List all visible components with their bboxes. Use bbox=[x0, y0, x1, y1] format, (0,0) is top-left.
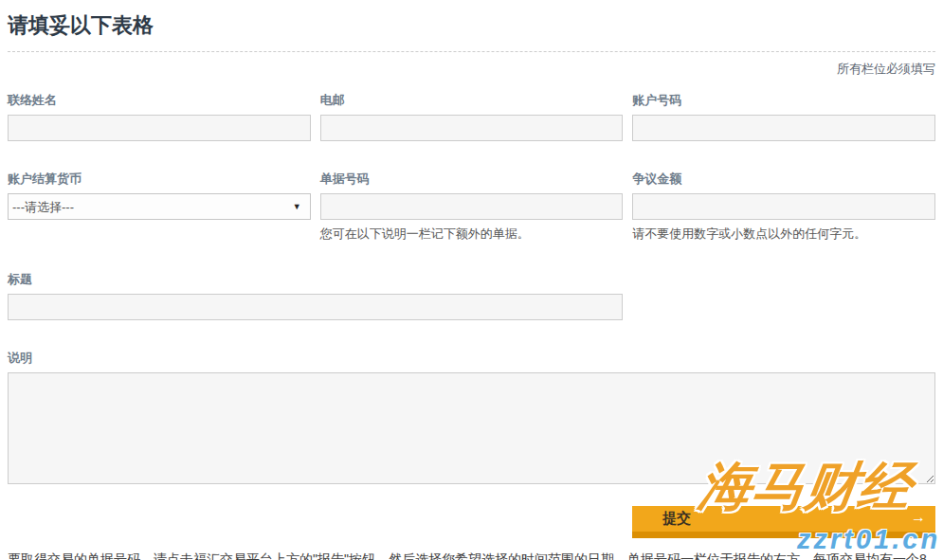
dispute-amount-label: 争议金额 bbox=[632, 171, 935, 188]
footer-instructions: 要取得交易的单据号码，请点击福汇交易平台上方的"报告"按钮，然后选择您希望选择的… bbox=[8, 550, 935, 560]
required-fields-note: 所有栏位必须填写 bbox=[8, 61, 935, 78]
page-title: 请填妥以下表格 bbox=[8, 9, 935, 52]
account-number-field-group: 账户号码 bbox=[632, 92, 935, 141]
subject-input[interactable] bbox=[8, 294, 623, 320]
form-row-1: 联络姓名 电邮 账户号码 bbox=[8, 92, 935, 141]
account-currency-select-wrap: ---请选择--- ▼ bbox=[8, 193, 311, 220]
subject-field-group: 标题 bbox=[8, 271, 623, 320]
account-number-input[interactable] bbox=[632, 115, 935, 141]
dispute-amount-input[interactable] bbox=[632, 193, 935, 220]
submit-button-label: 提交 bbox=[662, 510, 691, 526]
description-label: 说明 bbox=[8, 350, 935, 367]
ticket-number-label: 单据号码 bbox=[320, 171, 624, 188]
description-field-group: 说明 bbox=[8, 350, 935, 488]
contact-name-input[interactable] bbox=[8, 115, 311, 141]
account-number-label: 账户号码 bbox=[632, 92, 935, 109]
contact-name-field-group: 联络姓名 bbox=[8, 92, 311, 141]
form-row-4: 说明 bbox=[8, 350, 935, 488]
ticket-number-field-group: 单据号码 您可在以下说明一栏记下额外的单据。 bbox=[320, 171, 624, 243]
form-row-2: 账户结算货币 ---请选择--- ▼ 单据号码 您可在以下说明一栏记下额外的单据… bbox=[8, 171, 935, 243]
account-currency-label: 账户结算货币 bbox=[8, 171, 311, 188]
subject-label: 标题 bbox=[8, 271, 623, 288]
ticket-number-helper: 您可在以下说明一栏记下额外的单据。 bbox=[320, 226, 624, 243]
account-currency-field-group: 账户结算货币 ---请选择--- ▼ bbox=[8, 171, 311, 243]
form-page: 请填妥以下表格 所有栏位必须填写 联络姓名 电邮 账户号码 账户结算货币 bbox=[0, 0, 943, 560]
email-label: 电邮 bbox=[320, 92, 624, 109]
submit-button[interactable]: 提交 → bbox=[632, 506, 935, 538]
ticket-number-input[interactable] bbox=[320, 193, 624, 220]
form-row-3: 标题 bbox=[8, 271, 935, 320]
description-textarea[interactable] bbox=[8, 372, 935, 484]
contact-name-label: 联络姓名 bbox=[8, 92, 311, 109]
email-input[interactable] bbox=[320, 115, 624, 141]
account-currency-select[interactable]: ---请选择--- bbox=[8, 193, 311, 220]
submit-button-row: 提交 → bbox=[8, 506, 935, 538]
arrow-right-icon: → bbox=[911, 509, 926, 526]
dispute-amount-helper: 请不要使用数字或小数点以外的任何字元。 bbox=[632, 226, 935, 243]
contact-form: 联络姓名 电邮 账户号码 账户结算货币 ---请选择--- ▼ bbox=[8, 92, 935, 538]
dispute-amount-field-group: 争议金额 请不要使用数字或小数点以外的任何字元。 bbox=[632, 171, 935, 243]
email-field-group: 电邮 bbox=[320, 92, 624, 141]
